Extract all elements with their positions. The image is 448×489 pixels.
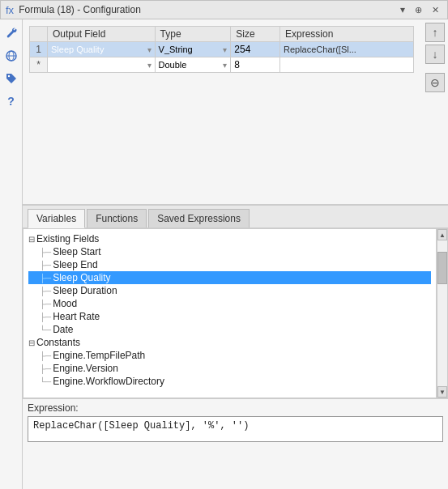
tree-content: ⊟ Existing Fields ├─ Sleep Start ├─ Slee…	[23, 228, 437, 398]
size-value-default: 8	[234, 59, 240, 70]
expression-cell[interactable]: ReplaceChar([Sl...	[279, 42, 413, 57]
tag-icon[interactable]	[2, 70, 20, 87]
expand-icon[interactable]: ⊟	[28, 338, 35, 347]
output-field-cell-empty[interactable]: ▾	[48, 57, 156, 73]
tree-connector-icon: ├─	[40, 364, 51, 373]
tree-label: Sleep Start	[53, 246, 100, 257]
type-cell-default[interactable]: Double ▾	[155, 57, 231, 73]
close-button[interactable]: ✕	[429, 5, 442, 15]
type-dropdown-default[interactable]: Double ▾	[159, 60, 228, 70]
tree-connector-icon: ├─	[40, 248, 51, 257]
svg-point-3	[7, 75, 9, 77]
list-item-sleep-quality[interactable]: ├─ Sleep Quality	[28, 271, 431, 284]
tree-label: Heart Rate	[53, 311, 100, 322]
tree-label: Mood	[53, 298, 77, 309]
type-value-default: Double	[159, 60, 187, 70]
tree-connector-icon: ├─	[40, 313, 51, 321]
formula-table: Output Field Type Size Expression 1 Slee…	[29, 26, 414, 73]
tree-label: Engine.WorkflowDirectory	[53, 376, 164, 387]
tree-connector-icon: └─	[40, 377, 51, 386]
dropdown-arrow-icon[interactable]: ▾	[223, 61, 227, 70]
wrench-icon[interactable]	[2, 24, 20, 42]
expression-section: Expression: ReplaceChar([Sleep Quality],…	[23, 398, 448, 445]
dropdown-arrow-icon[interactable]: ▾	[147, 45, 151, 54]
tab-functions[interactable]: Functions	[87, 209, 147, 227]
move-down-button[interactable]: ↓	[425, 45, 445, 64]
size-cell-default[interactable]: 8	[231, 57, 280, 73]
auto-hide-button[interactable]: ⊕	[412, 5, 425, 15]
move-up-button[interactable]: ↑	[425, 23, 445, 42]
table-row: 1 Sleep Quality ▾ V_String ▾	[30, 42, 414, 57]
tab-saved-expressions[interactable]: Saved Expressions	[148, 209, 250, 227]
type-dropdown[interactable]: V_String ▾	[159, 45, 228, 54]
expression-label: Expression:	[28, 402, 443, 414]
pin-button[interactable]: ▾	[397, 4, 408, 15]
bottom-panel: Variables Functions Saved Expressions ⊟ …	[23, 206, 448, 489]
output-field-value: Sleep Quality	[51, 45, 104, 54]
col-header-expression: Expression	[279, 27, 413, 42]
tree-connector-icon: ├─	[40, 261, 51, 270]
formula-grid-panel: Output Field Type Size Expression 1 Slee…	[23, 19, 448, 206]
dropdown-arrow-icon[interactable]: ▾	[147, 61, 151, 70]
title-bar: fx Formula (18) - Configuration ▾ ⊕ ✕	[0, 0, 448, 19]
left-toolbar: ?	[0, 19, 23, 489]
col-header-size: Size	[231, 27, 280, 42]
list-item[interactable]: ├─ Sleep Duration	[28, 284, 431, 297]
list-item[interactable]: ├─ Mood	[28, 297, 431, 310]
output-field-cell[interactable]: Sleep Quality ▾	[48, 42, 156, 57]
scroll-thumb[interactable]	[437, 252, 447, 284]
tree-label: Sleep End	[53, 259, 97, 270]
scroll-up-arrow[interactable]: ▲	[437, 229, 447, 240]
tree-label: Sleep Duration	[53, 285, 117, 296]
tree-group-existing-fields[interactable]: ⊟ Existing Fields	[28, 232, 431, 245]
main-content: Output Field Type Size Expression 1 Slee…	[23, 19, 448, 489]
tree-label: Engine.Version	[53, 363, 118, 374]
list-item[interactable]: ├─ Engine.TempFilePath	[28, 349, 431, 362]
size-cell[interactable]: 254	[231, 42, 280, 57]
tree-connector-icon: ├─	[40, 351, 51, 360]
size-value: 254	[234, 44, 250, 55]
tree-connector-icon: ├─	[40, 274, 51, 283]
list-item[interactable]: ├─ Heart Rate	[28, 310, 431, 323]
type-value: V_String	[159, 45, 193, 54]
list-item[interactable]: └─ Date	[28, 323, 431, 336]
window-title: Formula (18) - Configuration	[19, 4, 141, 15]
tree-scrollbar-area: ⊟ Existing Fields ├─ Sleep Start ├─ Slee…	[23, 228, 448, 398]
tree-label-highlighted: Sleep Quality	[53, 272, 110, 283]
type-cell[interactable]: V_String ▾	[155, 42, 231, 57]
dropdown-arrow-icon[interactable]: ▾	[223, 45, 227, 54]
col-header-num	[30, 27, 48, 42]
col-header-output-field: Output Field	[48, 27, 156, 42]
tree-label: Existing Fields	[36, 233, 99, 244]
list-item[interactable]: ├─ Sleep End	[28, 258, 431, 271]
output-field-dropdown-empty[interactable]: ▾	[51, 61, 151, 70]
title-bar-left: fx Formula (18) - Configuration	[6, 4, 141, 16]
tabs-bar: Variables Functions Saved Expressions	[23, 206, 448, 228]
list-item[interactable]: └─ Engine.WorkflowDirectory	[28, 375, 431, 388]
list-item[interactable]: ├─ Engine.Version	[28, 362, 431, 375]
col-header-type: Type	[155, 27, 231, 42]
question-icon[interactable]: ?	[2, 92, 20, 110]
tree-connector-icon: ├─	[40, 287, 51, 296]
globe-icon[interactable]	[2, 47, 20, 65]
tree-connector-icon: └─	[40, 325, 51, 334]
tree-label: Date	[53, 324, 73, 335]
row-star: *	[30, 57, 48, 73]
tab-variables[interactable]: Variables	[28, 209, 85, 228]
right-buttons: ↑ ↓ ⊖	[425, 23, 445, 92]
grid-area: Output Field Type Size Expression 1 Slee…	[26, 23, 445, 76]
expression-input[interactable]: ReplaceChar([Sleep Quality], '%', '')	[28, 416, 443, 442]
tree-scrollbar[interactable]: ▲ ▼	[437, 228, 448, 398]
expand-icon[interactable]: ⊟	[28, 235, 35, 244]
scroll-down-arrow[interactable]: ▼	[437, 386, 447, 398]
formula-icon: fx	[6, 4, 14, 16]
tree-connector-icon: ├─	[40, 300, 51, 308]
delete-button[interactable]: ⊖	[425, 73, 445, 92]
list-item[interactable]: ├─ Sleep Start	[28, 245, 431, 258]
tree-label: Engine.TempFilePath	[53, 350, 145, 361]
tree-group-constants[interactable]: ⊟ Constants	[28, 336, 431, 349]
tree-label: Constants	[36, 337, 80, 348]
output-field-dropdown[interactable]: Sleep Quality ▾	[51, 45, 151, 54]
row-number: 1	[30, 42, 48, 57]
expression-cell-empty[interactable]	[279, 57, 413, 73]
